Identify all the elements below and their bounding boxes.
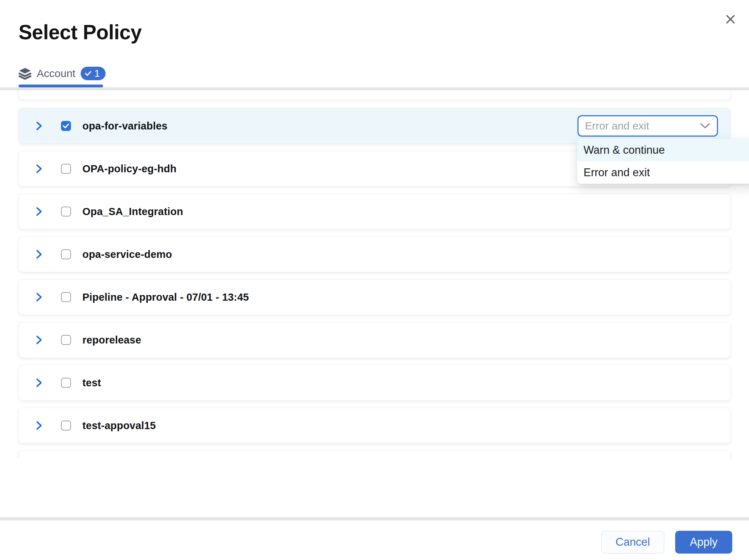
table-row-test[interactable]: test [19,365,730,401]
severity-select-value: Error and exit [585,120,649,132]
table-row-test-appoval15[interactable]: test-appoval15 [19,408,730,443]
table-row-partial-top[interactable] [19,90,730,100]
policy-checkbox[interactable] [61,421,71,431]
chevron-right-icon[interactable] [36,419,46,432]
table-row-partial-bottom[interactable] [19,450,730,458]
footer-divider [0,517,749,520]
table-row-reporelease[interactable]: reporelease [19,322,730,358]
policy-name: OPA-policy-eg-hdh [82,163,177,175]
policy-name: Opa_SA_Integration [82,206,183,218]
page-title: Select Policy [19,22,142,42]
menu-item-error-and-exit[interactable]: Error and exit [577,161,749,184]
apply-button[interactable]: Apply [675,531,732,554]
severity-select[interactable]: Error and exit [577,115,718,137]
header-divider [0,87,749,90]
policy-checkbox[interactable] [61,249,71,259]
policy-name: test [82,377,101,389]
chevron-right-icon[interactable] [36,120,46,132]
check-icon [85,71,91,76]
menu-item-warn-and-continue[interactable]: Warn & continue [577,139,749,161]
selected-count-badge: 1 [81,67,106,80]
cancel-button[interactable]: Cancel [601,531,664,554]
policy-checkbox[interactable] [61,207,71,217]
policy-name: opa-for-variables [82,120,168,132]
chevron-right-icon[interactable] [36,205,46,218]
policy-checkbox[interactable] [61,335,71,345]
tab-account[interactable]: Account 1 [19,65,106,82]
policy-checkbox[interactable] [61,164,71,174]
table-row-opa-for-variables[interactable]: opa-for-variables Error and exit [19,108,730,144]
close-button[interactable] [723,12,738,26]
policy-checkbox[interactable] [61,292,71,302]
table-row-opa-service-demo[interactable]: opa-service-demo [19,236,730,272]
policy-name: test-appoval15 [82,420,156,432]
selected-count: 1 [94,68,100,79]
policy-name: reporelease [82,334,141,346]
chevron-right-icon[interactable] [36,248,46,260]
chevron-right-icon[interactable] [36,163,46,175]
policy-checkbox[interactable] [61,378,71,388]
close-icon [725,14,736,25]
policy-name: opa-service-demo [82,249,172,260]
chevron-right-icon[interactable] [36,291,46,303]
tab-account-label: Account [37,67,75,80]
chevron-down-icon [700,123,710,129]
chevron-right-icon[interactable] [36,377,46,389]
chevron-right-icon[interactable] [36,334,46,346]
table-row-opa-sa-integration[interactable]: Opa_SA_Integration [19,194,730,229]
layers-icon [19,67,31,80]
active-tab-indicator [19,85,103,87]
policy-name: Pipeline - Approval - 07/01 - 13:45 [82,291,249,303]
policy-checkbox-checked[interactable] [61,121,71,131]
severity-dropdown-menu: Warn & continue Error and exit [577,139,749,184]
table-row-pipeline-approval[interactable]: Pipeline - Approval - 07/01 - 13:45 [19,279,730,315]
select-policy-modal: Select Policy Account 1 [0,0,749,560]
